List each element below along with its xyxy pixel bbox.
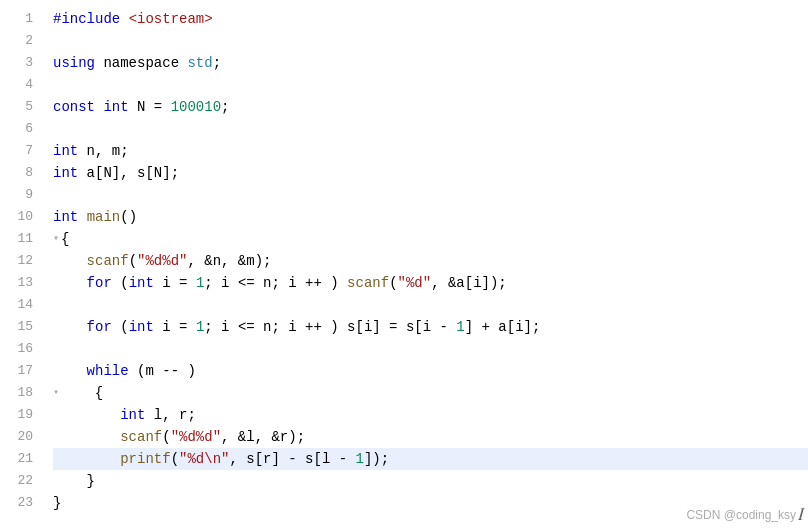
line-number: 8 xyxy=(0,162,45,184)
token: std xyxy=(187,52,212,74)
token: ( xyxy=(112,272,129,294)
token: } xyxy=(53,470,95,492)
line-number: 15 xyxy=(0,316,45,338)
token: main xyxy=(87,206,121,228)
code-line: int n, m; xyxy=(53,140,808,162)
token: , &n, &m); xyxy=(187,250,271,272)
token xyxy=(53,250,87,272)
token xyxy=(53,426,120,448)
code-line xyxy=(53,184,808,206)
token: (m -- ) xyxy=(129,360,196,382)
token: ( xyxy=(162,426,170,448)
line-number: 9 xyxy=(0,184,45,206)
token: ; i <= n; i ++ ) s[i] = s[i - xyxy=(204,316,456,338)
token: int xyxy=(129,316,154,338)
code-line xyxy=(53,294,808,316)
code-line: scanf("%d%d", &n, &m); xyxy=(53,250,808,272)
token: ]); xyxy=(364,448,389,470)
token: const xyxy=(53,96,103,118)
code-line: for (int i = 1; i <= n; i ++ ) scanf("%d… xyxy=(53,272,808,294)
line-number: 7 xyxy=(0,140,45,162)
token xyxy=(53,404,120,426)
token: { xyxy=(61,382,103,404)
code-line: ▾ { xyxy=(53,382,808,404)
token: int xyxy=(53,140,78,162)
token: ; i <= n; i ++ ) xyxy=(204,272,347,294)
line-number: 19 xyxy=(0,404,45,426)
cursor-icon: 𝐼 xyxy=(798,504,800,520)
token: l, r; xyxy=(145,404,195,426)
line-number: 17 xyxy=(0,360,45,382)
line-number: 13 xyxy=(0,272,45,294)
fold-arrow-icon[interactable]: ▾ xyxy=(53,382,59,404)
token: 1 xyxy=(356,448,364,470)
token: , &a[i]); xyxy=(431,272,507,294)
code-line: int main() xyxy=(53,206,808,228)
token: i = xyxy=(154,272,196,294)
line-number: 14 xyxy=(0,294,45,316)
token: using xyxy=(53,52,95,74)
line-number: 18 xyxy=(0,382,45,404)
token: ; xyxy=(221,96,229,118)
token: "%d" xyxy=(398,272,432,294)
token: a[N], s[N]; xyxy=(78,162,179,184)
line-number: 2 xyxy=(0,30,45,52)
code-line xyxy=(53,338,808,360)
token xyxy=(78,206,86,228)
code-line: } xyxy=(53,470,808,492)
token: i = xyxy=(154,316,196,338)
token: ; xyxy=(213,52,221,74)
token: "%d%d" xyxy=(171,426,221,448)
line-number: 22 xyxy=(0,470,45,492)
token: printf xyxy=(120,448,170,470)
line-numbers: 1234567891011121314151617181920212223 xyxy=(0,0,45,532)
token: , s[r] - s[l - xyxy=(229,448,355,470)
code-line: using namespace std; xyxy=(53,52,808,74)
line-number: 11 xyxy=(0,228,45,250)
token: int xyxy=(120,404,145,426)
token: "%d\n" xyxy=(179,448,229,470)
token: ( xyxy=(171,448,179,470)
line-number: 16 xyxy=(0,338,45,360)
line-number: 6 xyxy=(0,118,45,140)
fold-arrow-icon[interactable]: ▾ xyxy=(53,228,59,250)
token: 1 xyxy=(196,316,204,338)
token xyxy=(53,272,87,294)
token: int xyxy=(129,272,154,294)
code-line: ▾{ xyxy=(53,228,808,250)
token: N = xyxy=(137,96,171,118)
token: ] + a[i]; xyxy=(465,316,541,338)
line-number: 23 xyxy=(0,492,45,514)
code-line: scanf("%d%d", &l, &r); xyxy=(53,426,808,448)
code-line xyxy=(53,74,808,96)
token: ( xyxy=(389,272,397,294)
token: n, m; xyxy=(78,140,128,162)
token: ( xyxy=(112,316,129,338)
code-content[interactable]: #include <iostream> using namespace std;… xyxy=(45,0,808,532)
token: #include xyxy=(53,8,129,30)
code-area: 1234567891011121314151617181920212223 #i… xyxy=(0,0,808,532)
line-number: 5 xyxy=(0,96,45,118)
token: 100010 xyxy=(171,96,221,118)
token: () xyxy=(120,206,137,228)
code-line: #include <iostream> xyxy=(53,8,808,30)
code-line xyxy=(53,118,808,140)
token: int xyxy=(53,206,78,228)
code-line: const int N = 100010; xyxy=(53,96,808,118)
token: <iostream> xyxy=(129,8,213,30)
token: 1 xyxy=(456,316,464,338)
token: namespace xyxy=(95,52,187,74)
token: for xyxy=(87,316,112,338)
line-number: 3 xyxy=(0,52,45,74)
token: scanf xyxy=(347,272,389,294)
token: 1 xyxy=(196,272,204,294)
line-number: 4 xyxy=(0,74,45,96)
token: } xyxy=(53,492,61,514)
token xyxy=(53,316,87,338)
line-number: 12 xyxy=(0,250,45,272)
line-number: 1 xyxy=(0,8,45,30)
token xyxy=(53,360,87,382)
token: { xyxy=(61,228,69,250)
code-line: int l, r; xyxy=(53,404,808,426)
token xyxy=(53,448,120,470)
